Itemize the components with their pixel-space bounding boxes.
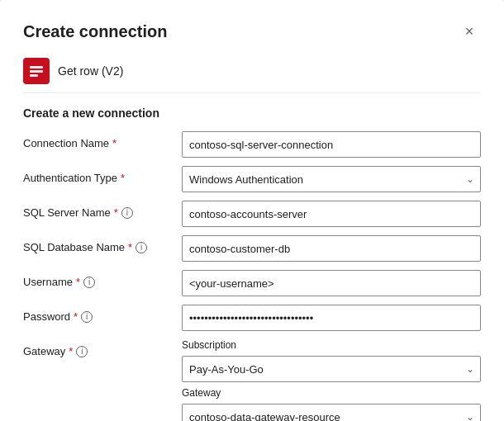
gateway-section: Subscription Pay-As-You-Go Other Subscri… xyxy=(182,339,481,421)
auth-type-wrapper: Windows Authentication SQL Server Authen… xyxy=(182,166,481,192)
password-info-icon[interactable]: i xyxy=(81,311,93,323)
sql-db-label: SQL Database Name * i xyxy=(23,235,172,253)
connection-name-input[interactable] xyxy=(182,131,481,158)
svg-rect-0 xyxy=(30,66,43,69)
auth-type-label: Authentication Type * xyxy=(23,166,172,184)
connection-name-label: Connection Name * xyxy=(23,131,172,149)
required-marker-auth: * xyxy=(121,172,125,184)
dialog-title: Create connection xyxy=(23,22,167,41)
connector-name: Get row (V2) xyxy=(58,64,123,78)
username-label: Username * i xyxy=(23,270,172,288)
sql-server-input[interactable] xyxy=(182,201,481,227)
password-label: Password * i xyxy=(23,305,172,323)
svg-rect-1 xyxy=(30,70,43,73)
required-marker: * xyxy=(112,137,116,149)
dialog-header: Create connection × xyxy=(23,20,481,43)
gateway-label: Gateway * i xyxy=(23,339,172,357)
connector-row: Get row (V2) xyxy=(23,50,481,93)
auth-type-select[interactable]: Windows Authentication SQL Server Authen… xyxy=(182,166,481,192)
subscription-select[interactable]: Pay-As-You-Go Other Subscription xyxy=(182,356,481,382)
connector-icon xyxy=(23,58,50,84)
subscription-sub-label: Subscription xyxy=(182,339,481,351)
username-input[interactable] xyxy=(182,270,481,296)
svg-rect-2 xyxy=(30,74,38,77)
gateway-sub-label: Gateway xyxy=(182,387,481,399)
gateway-select[interactable]: contoso-data-gateway-resource xyxy=(182,404,481,421)
subscription-wrapper: Pay-As-You-Go Other Subscription ⌄ xyxy=(182,356,481,382)
sql-db-input[interactable] xyxy=(182,235,481,262)
sql-db-info-icon[interactable]: i xyxy=(136,242,147,253)
sql-server-info-icon[interactable]: i xyxy=(121,207,133,219)
section-title: Create a new connection xyxy=(23,106,481,120)
password-input[interactable] xyxy=(182,305,481,331)
close-button[interactable]: × xyxy=(458,20,481,43)
sql-server-label: SQL Server Name * i xyxy=(23,201,172,219)
gateway-select-wrapper: contoso-data-gateway-resource ⌄ xyxy=(182,404,481,421)
username-info-icon[interactable]: i xyxy=(83,277,95,288)
gateway-info-icon[interactable]: i xyxy=(76,346,88,357)
create-connection-dialog: Create connection × Get row (V2) Create … xyxy=(0,0,504,421)
connection-form: Connection Name * Authentication Type * … xyxy=(23,131,481,421)
